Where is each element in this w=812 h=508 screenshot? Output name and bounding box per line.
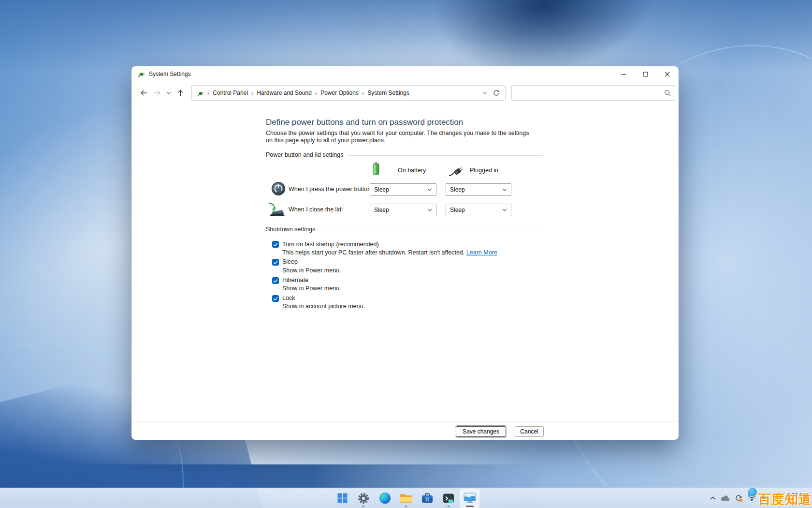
maximize-icon [643,72,648,77]
search-icon [664,90,671,96]
select-value: Sleep [450,207,465,213]
power-button-row-label: When I press the power button: [289,186,373,193]
refresh-button[interactable] [491,87,502,99]
breadcrumb-system-settings[interactable]: System Settings [367,90,409,96]
desktop: { "colors": { "checkbox_accent": "#0067c… [0,0,812,508]
update-sync-tray-button[interactable] [735,494,743,502]
search-input[interactable] [516,90,664,96]
lid-on-battery-select[interactable]: Sleep [370,204,436,216]
window-controls [613,67,678,81]
back-arrow-icon [140,90,147,96]
save-changes-button[interactable]: Save changes [456,426,506,437]
back-button[interactable] [137,87,150,99]
edge-icon [379,493,391,504]
taskbar-settings-button[interactable] [354,489,373,508]
chevron-down-icon [427,188,432,191]
power-options-icon [197,90,204,97]
shutdown-section-title: Shutdown settings [266,226,315,233]
minimize-icon [621,72,626,77]
taskbar-system-settings-button[interactable] [460,489,479,508]
power-button-on-battery-select[interactable]: Sleep [370,183,436,196]
search-box[interactable] [511,85,675,101]
hibernate-label: Hibernate [282,277,308,284]
hibernate-checkbox[interactable] [272,277,279,284]
select-value: Sleep [450,186,465,193]
footer-divider [131,421,679,421]
select-value: Sleep [374,186,389,193]
on-battery-column-header: On battery [398,167,426,174]
maximize-button[interactable] [635,67,656,81]
breadcrumb-separator: › [312,90,320,97]
sleep-description: Show in Power menu. [282,267,341,274]
windows-logo-icon [337,493,348,503]
check-icon [273,242,278,247]
active-indicator [466,506,474,507]
folder-icon [400,493,412,504]
taskbar-terminal-button[interactable] [439,489,458,508]
learn-more-link[interactable]: Learn More [466,249,497,256]
wallpaper-top-band [0,0,812,73]
recent-pages-button[interactable] [164,87,173,99]
start-button[interactable] [333,489,352,508]
running-indicator [448,506,450,507]
forward-arrow-icon [154,90,161,96]
page-title: Define power buttons and turn on passwor… [266,118,463,127]
section-divider [348,155,543,156]
address-bar[interactable]: › Control Panel › Hardware and Sound › P… [191,85,506,101]
address-dropdown-button[interactable] [479,87,491,99]
fast-startup-checkbox[interactable] [272,241,279,248]
refresh-icon [493,90,500,96]
lock-checkbox[interactable] [272,295,279,302]
terminal-icon [443,493,454,504]
chevron-down-icon [166,91,171,94]
power-button-plugged-in-select[interactable]: Sleep [446,183,511,196]
power-section-header: Power button and lid settings [266,151,543,158]
power-options-icon [137,70,145,78]
running-indicator [405,506,407,507]
window-title: System Settings [149,71,191,77]
breadcrumb-control-panel[interactable]: Control Panel [213,90,248,96]
gear-icon [358,493,369,504]
watermark: 百度知道 [748,488,812,508]
up-button[interactable] [174,87,187,99]
wallpaper-bottom-band [0,464,570,489]
cloud-icon [721,495,730,501]
fast-startup-label: Turn on fast startup (recommended) [282,241,379,248]
shutdown-section-header: Shutdown settings [266,226,543,233]
chevron-down-icon [427,209,432,211]
forward-button[interactable] [151,87,163,99]
fast-startup-description-text: This helps start your PC faster after sh… [282,249,466,256]
chevron-down-icon [502,188,507,191]
taskbar-edge-button[interactable] [375,489,394,508]
running-indicator [362,506,365,507]
taskbar-center-icons [333,488,479,508]
watermark-logo-icon [748,488,757,496]
system-settings-window: System Settings [131,66,679,440]
breadcrumb-hardware-and-sound[interactable]: Hardware and Sound [257,90,311,96]
lid-plugged-in-select[interactable]: Sleep [446,204,511,216]
power-section-title: Power button and lid settings [266,151,344,158]
sleep-checkbox[interactable] [272,259,279,266]
check-icon [273,260,278,265]
taskbar-file-explorer-button[interactable] [396,489,416,508]
taskbar-tools-button[interactable] [418,489,437,508]
watermark-text: 百度知道 [758,491,812,508]
chevron-up-icon [710,496,716,500]
lock-description: Show in account picture menu. [282,303,365,310]
lid-row-label: When I close the lid: [289,206,343,213]
close-button[interactable] [656,67,678,81]
cancel-button[interactable]: Cancel [515,426,544,437]
hibernate-description: Show in Power menu. [282,285,341,292]
chevron-down-icon [482,91,487,94]
breadcrumb-power-options[interactable]: Power Options [320,90,359,96]
sleep-label: Sleep [282,258,298,265]
onedrive-tray-button[interactable] [721,495,730,501]
fast-startup-description: This helps start your PC faster after sh… [282,249,497,256]
tray-overflow-button[interactable] [710,496,716,500]
page-description: Choose the power settings that you want … [266,130,533,144]
plugged-in-column-header: Plugged in [470,167,498,174]
title-bar[interactable]: System Settings [131,66,679,82]
minimize-button[interactable] [613,67,635,81]
laptop-lid-icon [267,202,286,217]
sync-icon [735,494,743,502]
